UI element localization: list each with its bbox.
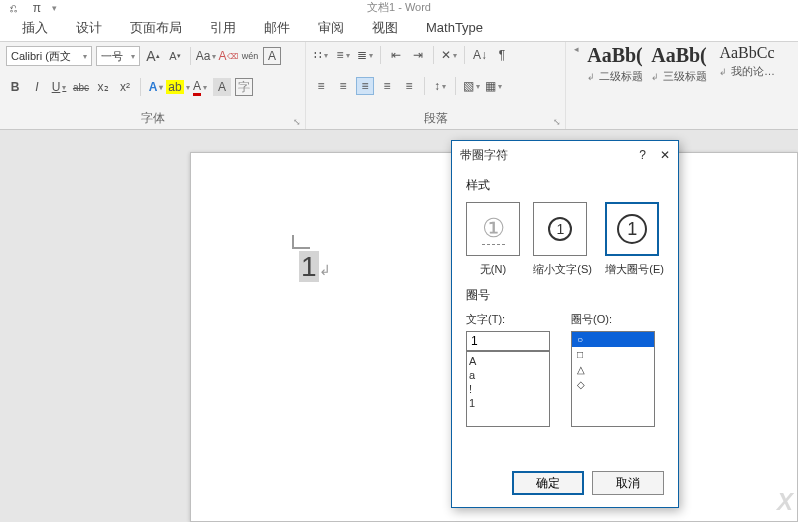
align-justify-icon[interactable]: ≡: [378, 77, 396, 95]
align-center-icon[interactable]: ≡: [334, 77, 352, 95]
align-distribute-icon[interactable]: ≡: [400, 77, 418, 95]
cancel-button[interactable]: 取消: [592, 471, 664, 495]
style-option-enlarge[interactable]: 1 增大圈号(E): [605, 202, 664, 277]
increase-indent-icon[interactable]: ⇥: [409, 46, 427, 64]
ribbon-tabs: 插入 设计 页面布局 引用 邮件 审阅 视图 MathType: [0, 14, 798, 42]
list-item[interactable]: 1: [469, 396, 547, 410]
list-item[interactable]: A: [469, 354, 547, 368]
align-left-icon[interactable]: ≡: [312, 77, 330, 95]
dialog-titlebar: 带圈字符 ? ✕: [452, 141, 678, 169]
group-font-label: 字体: [6, 110, 299, 127]
text-label: 文字(T):: [466, 312, 559, 327]
underline-icon[interactable]: U: [50, 78, 68, 96]
subscript-icon[interactable]: x₂: [94, 78, 112, 96]
shape-column: 圈号(O): ○ □ △ ◇: [571, 312, 664, 427]
bold-icon[interactable]: B: [6, 78, 24, 96]
text-listbox[interactable]: A a ! 1: [466, 351, 550, 427]
shape-listbox[interactable]: ○ □ △ ◇: [571, 331, 655, 427]
paragraph-mark-icon: ↲: [319, 262, 331, 278]
line-spacing-icon[interactable]: ↕: [431, 77, 449, 95]
style-item-h3[interactable]: AaBb( ↲三级标题: [647, 44, 711, 84]
cursor-marker-icon: [292, 235, 310, 249]
highlight-icon[interactable]: ab: [169, 78, 187, 96]
tab-insert[interactable]: 插入: [8, 13, 62, 43]
shape-label: 圈号(O):: [571, 312, 664, 327]
group-styles: ◂ AaBb( ↲二级标题 AaBb( ↲三级标题 AaBbCc ↲我的论…: [566, 42, 798, 129]
app-title: 文档1 - Word: [367, 1, 431, 13]
ribbon: Calibri (西文▾ 一号▾ A▴ A▾ Aa A⌫ wén A B I U…: [0, 42, 798, 130]
dialog-enclose-char: 带圈字符 ? ✕ 样式 ① 无(N) 1 缩小文字(S) 1 增大圈号(E): [451, 140, 679, 508]
enclose-section-label: 圈号: [466, 287, 664, 304]
char-border-icon[interactable]: A: [263, 47, 281, 65]
tab-mathtype[interactable]: MathType: [412, 14, 497, 41]
ok-button[interactable]: 确定: [512, 471, 584, 495]
font-combo[interactable]: Calibri (西文▾: [6, 46, 92, 66]
list-item[interactable]: !: [469, 382, 547, 396]
dialog-title: 带圈字符: [460, 147, 508, 164]
help-icon[interactable]: ?: [639, 148, 646, 162]
size-combo[interactable]: 一号▾: [96, 46, 140, 66]
align-right-icon[interactable]: ≡: [356, 77, 374, 95]
group-paragraph: ∷ ≡ ≣ ⇤ ⇥ ✕ A↓ ¶ ≡ ≡ ≡ ≡ ≡ ↕ ▧ ▦ 段落 ⤡: [306, 42, 566, 129]
group-paragraph-label: 段落: [312, 110, 559, 127]
enclose-char-icon[interactable]: 字: [235, 78, 253, 96]
style-item-h2[interactable]: AaBb( ↲二级标题: [583, 44, 647, 84]
style-option-shrink[interactable]: 1 缩小文字(S): [533, 202, 592, 277]
shape-item-diamond[interactable]: ◇: [572, 377, 654, 392]
change-case-icon[interactable]: Aa: [197, 47, 215, 65]
tab-review[interactable]: 审阅: [304, 13, 358, 43]
quick-access-toolbar: ⎌ π ▾: [4, 0, 57, 17]
shrink-font-icon[interactable]: A▾: [166, 47, 184, 65]
borders-icon[interactable]: ▦: [484, 77, 502, 95]
tab-design[interactable]: 设计: [62, 13, 116, 43]
close-icon[interactable]: ✕: [660, 148, 670, 162]
list-item[interactable]: a: [469, 368, 547, 382]
tab-references[interactable]: 引用: [196, 13, 250, 43]
font-color-icon[interactable]: A: [191, 78, 209, 96]
shading-icon[interactable]: ▧: [462, 77, 480, 95]
selected-text: 1: [299, 251, 319, 282]
bullets-icon[interactable]: ∷: [312, 46, 330, 64]
watermark: X: [777, 488, 792, 516]
style-option-none[interactable]: ① 无(N): [466, 202, 520, 277]
font-launcher-icon[interactable]: ⤡: [293, 117, 301, 127]
style-pin-icon: ↲: [719, 67, 727, 77]
workspace: 1↲ 带圈字符 ? ✕ 样式 ① 无(N) 1 缩小文字(S): [0, 130, 798, 522]
group-font: Calibri (西文▾ 一号▾ A▴ A▾ Aa A⌫ wén A B I U…: [0, 42, 306, 129]
style-item-custom[interactable]: AaBbCc ↲我的论…: [711, 44, 783, 79]
asian-layout-icon[interactable]: ✕: [440, 46, 458, 64]
char-shading-icon[interactable]: A: [213, 78, 231, 96]
redo-icon[interactable]: π: [28, 0, 46, 17]
tab-layout[interactable]: 页面布局: [116, 13, 196, 43]
superscript-icon[interactable]: x²: [116, 78, 134, 96]
qat-more-icon[interactable]: ▾: [52, 3, 57, 13]
show-marks-icon[interactable]: ¶: [493, 46, 511, 64]
phonetic-icon[interactable]: wén: [241, 47, 259, 65]
multilevel-icon[interactable]: ≣: [356, 46, 374, 64]
tab-mailings[interactable]: 邮件: [250, 13, 304, 43]
numbering-icon[interactable]: ≡: [334, 46, 352, 64]
document-text[interactable]: 1↲: [299, 251, 331, 283]
grow-font-icon[interactable]: A▴: [144, 47, 162, 65]
tab-view[interactable]: 视图: [358, 13, 412, 43]
undo-icon[interactable]: ⎌: [4, 0, 22, 17]
style-pin-icon: ↲: [587, 72, 595, 82]
sort-icon[interactable]: A↓: [471, 46, 489, 64]
styles-expand-left-icon[interactable]: ◂: [574, 44, 579, 54]
shape-item-circle[interactable]: ○: [572, 332, 654, 347]
style-pin-icon: ↲: [651, 72, 659, 82]
style-section-label: 样式: [466, 177, 664, 194]
clear-format-icon[interactable]: A⌫: [219, 47, 237, 65]
strike-icon[interactable]: abc: [72, 78, 90, 96]
italic-icon[interactable]: I: [28, 78, 46, 96]
text-column: 文字(T): A a ! 1: [466, 312, 559, 427]
paragraph-launcher-icon[interactable]: ⤡: [553, 117, 561, 127]
shape-item-triangle[interactable]: △: [572, 362, 654, 377]
text-input[interactable]: [466, 331, 550, 351]
text-effects-icon[interactable]: A: [147, 78, 165, 96]
shape-item-square[interactable]: □: [572, 347, 654, 362]
decrease-indent-icon[interactable]: ⇤: [387, 46, 405, 64]
